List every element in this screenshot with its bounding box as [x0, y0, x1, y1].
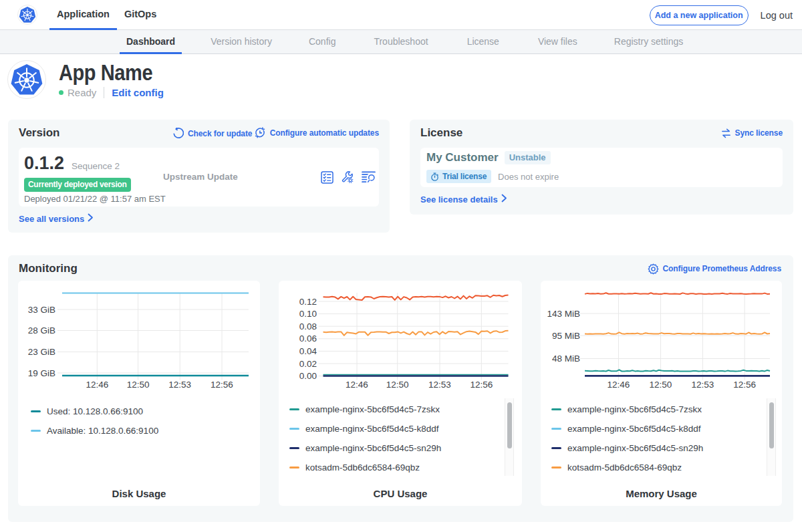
svg-text:0.04: 0.04 [299, 346, 317, 356]
svg-text:23 GiB: 23 GiB [28, 347, 55, 357]
svg-text:33 GiB: 33 GiB [28, 305, 55, 315]
svg-text:12:56: 12:56 [733, 380, 756, 390]
svg-text:12:50: 12:50 [386, 380, 409, 390]
svg-text:0.08: 0.08 [299, 321, 317, 331]
svg-text:0.10: 0.10 [299, 309, 317, 319]
svg-text:12:46: 12:46 [86, 380, 108, 390]
svg-text:12:53: 12:53 [691, 380, 714, 390]
svg-text:12:50: 12:50 [650, 380, 672, 390]
svg-text:12:46: 12:46 [346, 380, 368, 390]
svg-text:12:53: 12:53 [428, 380, 451, 390]
svg-text:28 GiB: 28 GiB [28, 325, 55, 336]
svg-text:143 MiB: 143 MiB [547, 309, 580, 319]
svg-text:0.00: 0.00 [299, 371, 317, 381]
svg-text:0.12: 0.12 [299, 297, 317, 307]
svg-text:12:53: 12:53 [168, 380, 191, 390]
svg-text:0.02: 0.02 [299, 359, 317, 369]
svg-text:12:50: 12:50 [127, 380, 150, 390]
svg-text:12:56: 12:56 [211, 380, 233, 390]
svg-text:12:46: 12:46 [608, 380, 630, 390]
svg-text:12:56: 12:56 [470, 380, 493, 390]
svg-text:95 MiB: 95 MiB [552, 331, 580, 341]
svg-text:0.06: 0.06 [299, 334, 317, 344]
svg-text:19 GiB: 19 GiB [28, 368, 55, 378]
svg-text:48 MiB: 48 MiB [552, 354, 580, 364]
